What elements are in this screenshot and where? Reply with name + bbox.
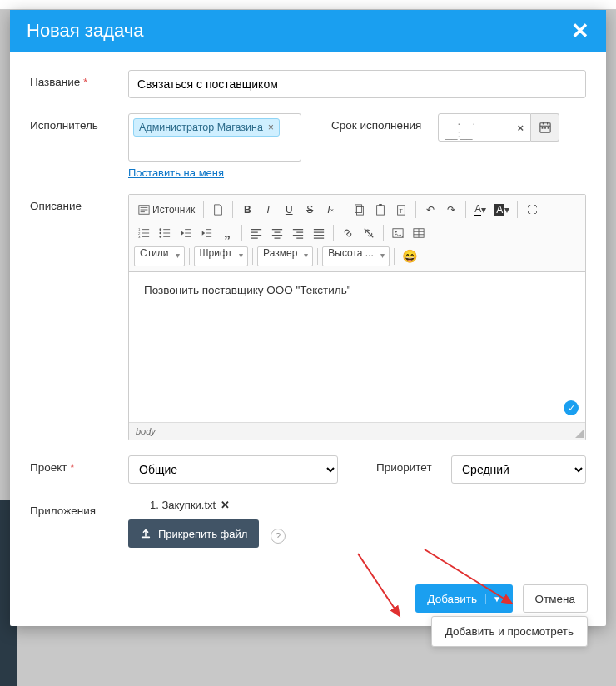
ol-icon: 123	[138, 227, 150, 239]
label-description: Описание	[30, 194, 128, 440]
toolbar-textcolor[interactable]: A▾	[470, 200, 490, 220]
svg-rect-4	[541, 127, 543, 129]
align-center-icon	[271, 227, 283, 239]
assign-to-me-link[interactable]: Поставить на меня	[128, 167, 224, 179]
svg-rect-6	[547, 127, 549, 129]
toolbar-size-select[interactable]: Размер	[257, 246, 313, 266]
svg-text:3: 3	[138, 235, 141, 239]
toolbar-align-center[interactable]	[267, 223, 287, 243]
deadline-input[interactable]: __.__.____ __:__ ×	[438, 113, 531, 142]
project-select[interactable]: Общие	[128, 455, 338, 484]
outdent-icon	[180, 227, 191, 239]
align-right-icon	[292, 227, 304, 239]
toolbar-blockquote[interactable]: „	[217, 223, 237, 243]
label-assignee: Исполнитель	[30, 113, 128, 179]
svg-rect-5	[544, 127, 546, 129]
calendar-icon	[539, 122, 551, 133]
toolbar-link[interactable]	[338, 223, 358, 243]
label-attachments: Приложения	[30, 499, 128, 548]
dialog-header: Новая задача ✕	[10, 10, 606, 52]
label-project: Проект *	[30, 455, 128, 484]
indent-icon	[201, 227, 212, 239]
label-name: Название *	[30, 70, 128, 98]
copy-icon	[354, 204, 365, 216]
toolbar-bullist[interactable]	[155, 223, 175, 243]
link-icon	[342, 227, 354, 239]
toolbar-removeformat[interactable]: I×	[320, 200, 340, 220]
add-and-view-option[interactable]: Добавить и просмотреть	[431, 616, 588, 647]
toolbar-align-right[interactable]	[288, 223, 308, 243]
toolbar-emoji[interactable]: 😄	[399, 246, 421, 266]
toolbar-source[interactable]: Источник	[134, 200, 199, 220]
paste-icon	[375, 204, 386, 216]
cancel-button[interactable]: Отмена	[523, 584, 588, 613]
image-icon	[392, 227, 404, 239]
priority-select[interactable]: Средний	[451, 455, 586, 484]
editor-content[interactable]: Позвонить поставщику ООО "Текстиль" ✓	[129, 272, 585, 422]
remove-attachment-icon[interactable]: ✕	[221, 499, 230, 511]
assignee-box[interactable]: Администратор Магазина ×	[128, 113, 301, 162]
toolbar-styles-select[interactable]: Стили	[134, 246, 185, 266]
svg-point-18	[159, 232, 161, 235]
add-button[interactable]: Добавить▼	[415, 584, 513, 613]
grammar-check-icon[interactable]: ✓	[564, 400, 579, 415]
svg-point-19	[159, 236, 161, 238]
rich-text-editor: Источник B I U S I× T	[128, 194, 586, 440]
upload-icon	[140, 528, 152, 539]
toolbar-bgcolor[interactable]: A▾	[491, 200, 513, 220]
toolbar-paste[interactable]	[370, 200, 390, 220]
toolbar-strike[interactable]: S	[300, 200, 320, 220]
label-priority: Приоритет	[376, 455, 451, 484]
assignee-tag-label: Администратор Магазина	[139, 122, 263, 133]
editor-toolbar: Источник B I U S I× T	[129, 195, 585, 272]
label-deadline: Срок исполнения	[331, 113, 438, 132]
clear-date-icon[interactable]: ×	[517, 122, 524, 134]
dialog-title: Новая задача	[27, 20, 143, 42]
toolbar-image[interactable]	[388, 223, 408, 243]
task-name-input[interactable]	[128, 70, 586, 98]
toolbar-bold[interactable]: B	[237, 200, 257, 220]
toolbar-paste-text[interactable]: T	[391, 200, 411, 220]
attach-file-button[interactable]: Прикрепить файл	[128, 519, 259, 548]
svg-rect-9	[355, 205, 362, 213]
add-button-caret[interactable]: ▼	[485, 594, 501, 604]
page-icon	[212, 204, 224, 216]
toolbar-underline[interactable]: U	[279, 200, 299, 220]
ul-icon	[159, 227, 171, 239]
resize-handle[interactable]	[575, 430, 584, 438]
new-task-dialog: Новая задача ✕ Название * Исполнитель Ад…	[10, 10, 606, 626]
toolbar-indent[interactable]	[196, 223, 216, 243]
svg-rect-11	[379, 204, 382, 206]
help-icon[interactable]: ?	[271, 529, 286, 544]
toolbar-table[interactable]	[409, 223, 429, 243]
svg-rect-8	[357, 207, 364, 216]
svg-rect-10	[377, 206, 385, 215]
svg-point-21	[395, 231, 397, 233]
close-icon[interactable]: ✕	[571, 20, 589, 42]
toolbar-maximize[interactable]: ⛶	[522, 200, 542, 220]
svg-point-17	[159, 228, 161, 231]
calendar-button[interactable]	[531, 113, 559, 142]
dialog-footer: Добавить▼ Отмена Добавить и просмотреть	[10, 571, 606, 626]
toolbar-align-justify[interactable]	[309, 223, 329, 243]
paste-text-icon: T	[395, 204, 407, 216]
toolbar-unlink[interactable]	[359, 223, 379, 243]
toolbar-align-left[interactable]	[246, 223, 266, 243]
toolbar-outdent[interactable]	[176, 223, 196, 243]
toolbar-copy[interactable]	[350, 200, 370, 220]
svg-text:T: T	[400, 208, 404, 214]
toolbar-lineheight-select[interactable]: Высота ...	[322, 246, 390, 266]
toolbar-undo[interactable]: ↶	[420, 200, 440, 220]
toolbar-numlist[interactable]: 123	[134, 223, 154, 243]
align-justify-icon	[313, 227, 325, 239]
toolbar-redo[interactable]: ↷	[441, 200, 461, 220]
source-icon	[138, 204, 150, 216]
remove-assignee-icon[interactable]: ×	[268, 122, 274, 133]
attachment-item: 1. Закупки.txt✕	[150, 499, 230, 511]
editor-element-path[interactable]: body	[129, 422, 585, 440]
toolbar-newpage[interactable]	[208, 200, 228, 220]
toolbar-font-select[interactable]: Шрифт	[194, 246, 248, 266]
assignee-tag[interactable]: Администратор Магазина ×	[133, 118, 280, 137]
align-left-icon	[251, 227, 262, 239]
toolbar-italic[interactable]: I	[258, 200, 278, 220]
